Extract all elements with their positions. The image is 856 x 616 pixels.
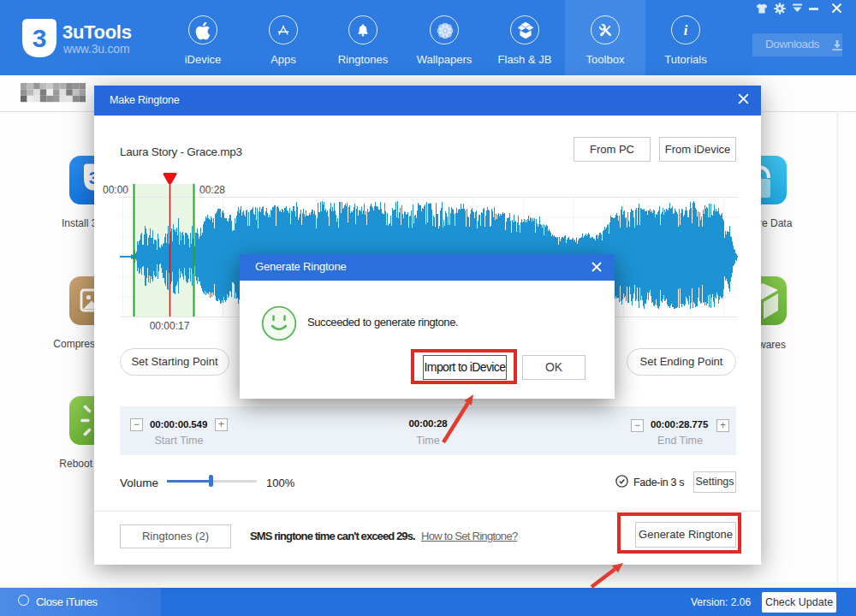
svg-text:i: i: [684, 22, 688, 38]
svg-text:3: 3: [33, 24, 47, 52]
